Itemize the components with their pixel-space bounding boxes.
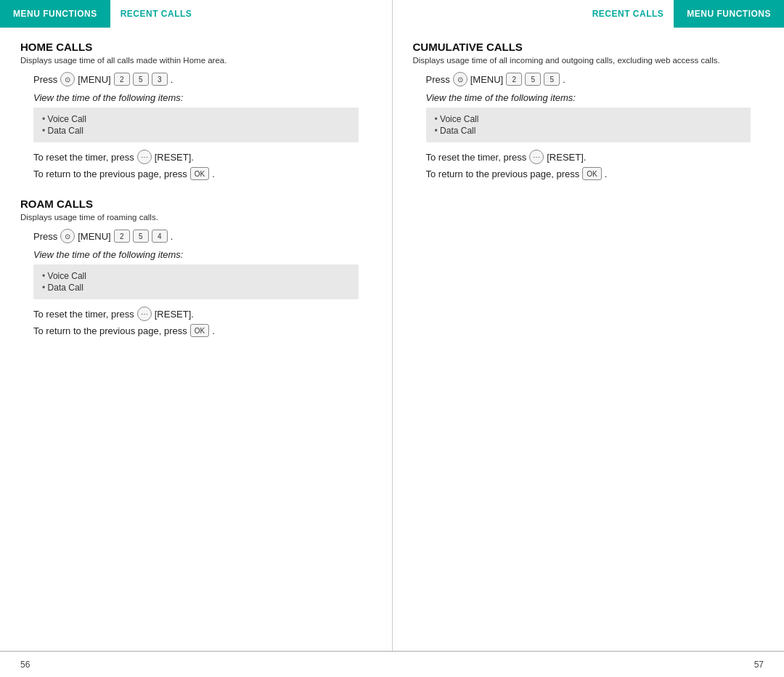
roam-calls-title: ROAM CALLS xyxy=(20,198,372,210)
home-calls-bullet-list: Voice Call Data Call xyxy=(33,108,359,142)
home-calls-section: HOME CALLS Displays usage time of all ca… xyxy=(20,41,372,180)
cumulative-key-5: 5 xyxy=(525,73,541,86)
roam-key-5: 5 xyxy=(133,230,149,243)
recent-calls-tab-right: RECENT CALLS xyxy=(582,0,674,28)
cumulative-press-key-menu-btn: ⊙ xyxy=(453,72,467,86)
cumulative-key-2: 2 xyxy=(506,73,522,86)
home-bullet-2: Data Call xyxy=(42,125,350,137)
home-return-line: To return to the previous page, press OK… xyxy=(33,167,372,180)
roam-key-2: 2 xyxy=(114,230,130,243)
roam-calls-desc: Displays usage time of roaming calls. xyxy=(20,213,372,222)
cumulative-ok-btn: OK xyxy=(582,167,601,180)
left-header: MENU FUNCTIONS RECENT CALLS xyxy=(0,0,392,28)
home-key-2: 2 xyxy=(114,73,130,86)
cumulative-return-line: To return to the previous page, press OK… xyxy=(426,167,764,180)
footer-left: 56 xyxy=(20,660,392,670)
roam-calls-section: ROAM CALLS Displays usage time of roamin… xyxy=(20,198,372,337)
roam-reset-line: To reset the timer, press ⋯ [RESET]. xyxy=(33,307,372,321)
home-reset-lines: To reset the timer, press ⋯ [RESET]. To … xyxy=(33,150,372,180)
cumulative-calls-press-line: Press ⊙ [MENU] 2 5 5 . xyxy=(426,72,764,86)
home-calls-press-line: Press ⊙ [MENU] 2 5 3 . xyxy=(33,72,372,86)
home-calls-title: HOME CALLS xyxy=(20,41,372,53)
cumulative-reset-btn: ⋯ xyxy=(529,150,544,164)
roam-calls-press-line: Press ⊙ [MENU] 2 5 4 . xyxy=(33,229,372,243)
left-page-number: 56 xyxy=(20,660,30,670)
right-page-content: CUMULATIVE CALLS Displays usage time of … xyxy=(393,41,785,651)
home-calls-view-line: View the time of the following items: xyxy=(33,92,372,103)
page-left: MENU FUNCTIONS RECENT CALLS HOME CALLS D… xyxy=(0,0,392,651)
roam-calls-view-line: View the time of the following items: xyxy=(33,249,372,260)
home-reset-btn: ⋯ xyxy=(137,150,152,164)
cumulative-reset-line: To reset the timer, press ⋯ [RESET]. xyxy=(426,150,764,164)
roam-calls-bullet-list: Voice Call Data Call xyxy=(33,264,359,299)
recent-calls-tab-left: RECENT CALLS xyxy=(110,0,203,28)
cumulative-calls-bullet-list: Voice Call Data Call xyxy=(426,108,751,142)
cumulative-calls-title: CUMULATIVE CALLS xyxy=(413,41,764,53)
home-reset-line: To reset the timer, press ⋯ [RESET]. xyxy=(33,150,372,164)
roam-ok-btn: OK xyxy=(190,324,209,337)
roam-return-line: To return to the previous page, press OK… xyxy=(33,324,372,337)
cumulative-reset-lines: To reset the timer, press ⋯ [RESET]. To … xyxy=(426,150,764,180)
cumulative-bullet-2: Data Call xyxy=(435,125,743,137)
home-key-3: 3 xyxy=(152,73,168,86)
home-press-key-menu-btn: ⊙ xyxy=(60,72,75,86)
menu-functions-tab-right: MENU FUNCTIONS xyxy=(674,0,784,28)
roam-press-key-menu-btn: ⊙ xyxy=(60,229,75,243)
home-calls-desc: Displays usage time of all calls made wi… xyxy=(20,56,372,65)
roam-reset-lines: To reset the timer, press ⋯ [RESET]. To … xyxy=(33,307,372,337)
home-ok-btn: OK xyxy=(190,167,209,180)
footer-right: 57 xyxy=(392,660,764,670)
menu-functions-tab-left: MENU FUNCTIONS xyxy=(0,0,110,28)
page-right: RECENT CALLS MENU FUNCTIONS CUMULATIVE C… xyxy=(393,0,785,651)
cumulative-calls-section: CUMULATIVE CALLS Displays usage time of … xyxy=(413,41,764,180)
cumulative-calls-view-line: View the time of the following items: xyxy=(426,92,764,103)
cumulative-calls-desc: Displays usage time of all incoming and … xyxy=(413,56,764,65)
roam-bullet-2: Data Call xyxy=(42,282,350,293)
right-page-number: 57 xyxy=(754,660,764,670)
footer: 56 57 xyxy=(0,651,784,677)
roam-key-4: 4 xyxy=(152,230,168,243)
right-header: RECENT CALLS MENU FUNCTIONS xyxy=(393,0,785,28)
roam-reset-btn: ⋯ xyxy=(137,307,152,321)
cumulative-key-5b: 5 xyxy=(544,73,560,86)
left-page-content: HOME CALLS Displays usage time of all ca… xyxy=(0,41,392,651)
roam-bullet-1: Voice Call xyxy=(42,270,350,282)
home-key-5: 5 xyxy=(133,73,149,86)
cumulative-bullet-1: Voice Call xyxy=(435,113,743,125)
home-bullet-1: Voice Call xyxy=(42,113,350,125)
